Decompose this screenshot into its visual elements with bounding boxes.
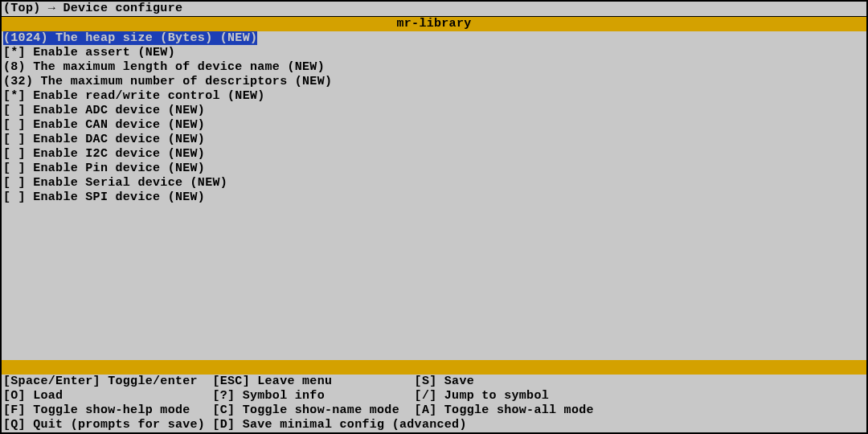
menu-item-label: [ ] Enable CAN device (NEW) <box>3 118 205 132</box>
menu-item[interactable]: [ ] Enable Pin device (NEW) <box>2 162 866 176</box>
menu-item-label: [ ] Enable DAC device (NEW) <box>3 133 205 146</box>
menu-item[interactable]: [ ] Enable CAN device (NEW) <box>2 118 866 133</box>
menu-item[interactable]: [ ] Enable I2C device (NEW) <box>2 147 866 162</box>
menu-item[interactable]: [*] Enable assert (NEW) <box>2 46 866 60</box>
menu-item-label: (1024) The heap size (Bytes) (NEW) <box>3 31 257 45</box>
menu-item[interactable]: (1024) The heap size (Bytes) (NEW) <box>2 31 866 46</box>
menu-item-label: (8) The maximum length of device name (N… <box>3 60 325 74</box>
menu-item[interactable]: [ ] Enable DAC device (NEW) <box>2 133 866 147</box>
menu-item[interactable]: [ ] Enable ADC device (NEW) <box>2 104 866 118</box>
menu-item[interactable]: [ ] Enable Serial device (NEW) <box>2 176 866 190</box>
menu-item-label: [ ] Enable Pin device (NEW) <box>3 162 205 175</box>
page-title: mr-library <box>2 17 866 31</box>
breadcrumb: (Top) → Device configure <box>2 2 866 17</box>
help-line: [F] Toggle show-help mode [C] Toggle sho… <box>2 403 866 418</box>
menu-item-label: [*] Enable read/write control (NEW) <box>3 89 265 103</box>
menu-item[interactable]: [ ] Enable SPI device (NEW) <box>2 190 866 205</box>
help-bar: [Space/Enter] Toggle/enter [ESC] Leave m… <box>2 375 866 432</box>
menu-list: (1024) The heap size (Bytes) (NEW)[*] En… <box>2 31 866 360</box>
menu-item[interactable]: (8) The maximum length of device name (N… <box>2 60 866 75</box>
menu-item[interactable]: [*] Enable read/write control (NEW) <box>2 89 866 104</box>
help-line: [Q] Quit (prompts for save) [D] Save min… <box>2 418 866 432</box>
terminal-window: (Top) → Device configure mr-library (102… <box>0 0 868 434</box>
help-line: [Space/Enter] Toggle/enter [ESC] Leave m… <box>2 375 866 389</box>
help-line: [O] Load [?] Symbol info [/] Jump to sym… <box>2 389 866 403</box>
menu-item-label: [ ] Enable Serial device (NEW) <box>3 176 227 190</box>
menu-item-label: [*] Enable assert (NEW) <box>3 46 175 59</box>
menu-item-label: [ ] Enable SPI device (NEW) <box>3 190 205 204</box>
menu-item-label: [ ] Enable I2C device (NEW) <box>3 147 205 161</box>
separator-bar <box>2 360 866 375</box>
menu-item-label: [ ] Enable ADC device (NEW) <box>3 104 205 117</box>
menu-item-label: (32) The maximum number of descriptors (… <box>3 75 332 88</box>
menu-item[interactable]: (32) The maximum number of descriptors (… <box>2 75 866 89</box>
